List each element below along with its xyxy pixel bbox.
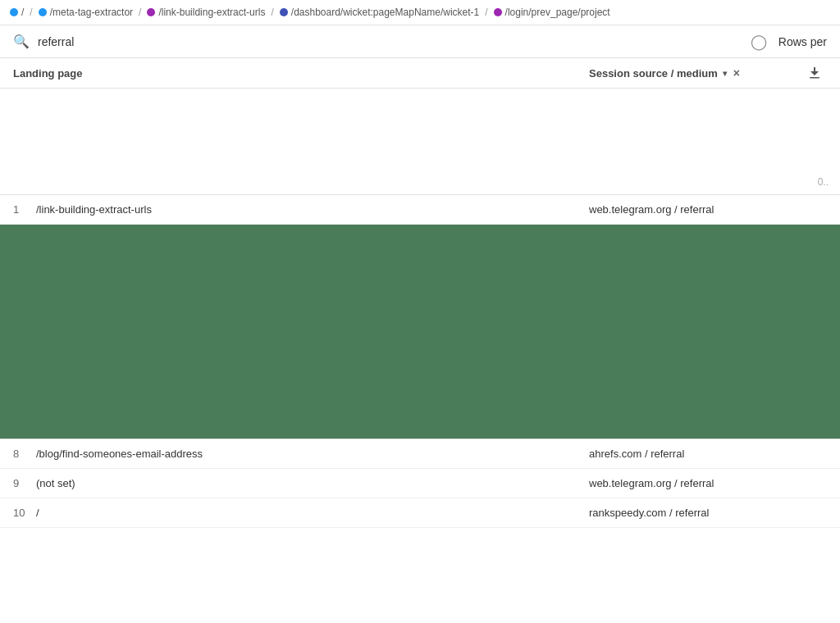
empty-data-area: 0.. bbox=[0, 89, 840, 195]
breadcrumb-sep-4: / bbox=[485, 7, 487, 18]
breadcrumb-dot-2 bbox=[39, 8, 47, 16]
breadcrumb-dot-1 bbox=[10, 8, 18, 16]
breadcrumb-item-4[interactable]: /dashboard/wicket:pageMapName/wicket-1 bbox=[280, 7, 479, 18]
breadcrumb-dot-3 bbox=[147, 8, 155, 16]
download-column-header[interactable] bbox=[802, 66, 827, 80]
breadcrumb-label-2: /meta-tag-extractor bbox=[50, 7, 133, 18]
breadcrumb-sep-1: / bbox=[30, 7, 32, 18]
breadcrumb-dot-4 bbox=[280, 8, 288, 16]
search-bar: 🔍 ◯ Rows per bbox=[0, 25, 840, 58]
search-icon: 🔍 bbox=[13, 34, 30, 49]
col-session-label: Session source / medium bbox=[589, 67, 718, 80]
table-row: 10 / rankspeedy.com / referral bbox=[0, 498, 840, 528]
table-row: 8 /blog/find-someones-email-address ahre… bbox=[0, 439, 840, 469]
table-header: Landing page Session source / medium ▾ × bbox=[0, 58, 840, 89]
row-num: 9 bbox=[13, 477, 36, 489]
row-session-source: ahrefs.com / referral bbox=[589, 448, 802, 460]
breadcrumb-item-5[interactable]: /login/prev_page/project bbox=[494, 7, 610, 18]
search-input[interactable] bbox=[38, 35, 742, 48]
breadcrumb-item-2[interactable]: /meta-tag-extractor bbox=[39, 7, 133, 18]
row-num: 1 bbox=[13, 203, 36, 216]
row-session-source: web.telegram.org / referral bbox=[589, 477, 802, 489]
table-row: 9 (not set) web.telegram.org / referral bbox=[0, 469, 840, 498]
search-clear-button[interactable]: ◯ bbox=[751, 34, 767, 49]
row-session-source: web.telegram.org / referral bbox=[589, 203, 802, 216]
col-landing-page-header: Landing page bbox=[13, 67, 589, 80]
row-landing-page[interactable]: /link-building-extract-urls bbox=[36, 203, 589, 216]
row-session-source: rankspeedy.com / referral bbox=[589, 507, 802, 519]
breadcrumb-label-1: / bbox=[21, 7, 24, 18]
row-num: 10 bbox=[13, 507, 36, 519]
highlighted-rows-block bbox=[0, 225, 840, 439]
breadcrumb-label-3: /link-building-extract-urls bbox=[158, 7, 265, 18]
breadcrumb-item-1[interactable]: / bbox=[10, 7, 24, 18]
svg-rect-0 bbox=[810, 77, 819, 79]
breadcrumb-sep-3: / bbox=[271, 7, 273, 18]
col-session-header: Session source / medium ▾ × bbox=[589, 66, 802, 80]
breadcrumb-label-5: /login/prev_page/project bbox=[505, 7, 610, 18]
breadcrumb-bar: / / /meta-tag-extractor / /link-building… bbox=[0, 0, 840, 25]
row-num: 8 bbox=[13, 448, 36, 460]
table-row: 1 /link-building-extract-urls web.telegr… bbox=[0, 195, 840, 225]
row-landing-page[interactable]: / bbox=[36, 507, 589, 519]
breadcrumb-label-4: /dashboard/wicket:pageMapName/wicket-1 bbox=[291, 7, 479, 18]
close-filter-icon[interactable]: × bbox=[733, 66, 740, 80]
breadcrumb-dot-5 bbox=[494, 8, 502, 16]
row-landing-page[interactable]: (not set) bbox=[36, 477, 589, 489]
breadcrumb-sep-2: / bbox=[139, 7, 141, 18]
chevron-down-icon[interactable]: ▾ bbox=[723, 69, 727, 78]
breadcrumb-item-3[interactable]: /link-building-extract-urls bbox=[147, 7, 265, 18]
row-landing-page[interactable]: /blog/find-someones-email-address bbox=[36, 448, 589, 460]
partial-value: 0.. bbox=[818, 176, 829, 188]
rows-per-label: Rows per bbox=[778, 35, 827, 48]
